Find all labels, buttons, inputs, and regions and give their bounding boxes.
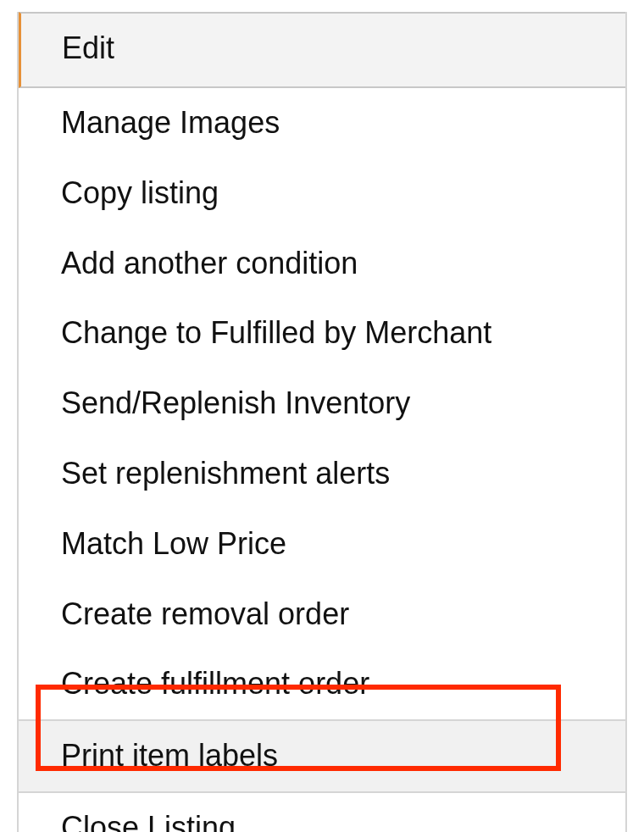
edit-dropdown-menu: Edit Manage Images Copy listing Add anot… — [17, 12, 627, 832]
menu-item-add-another-condition[interactable]: Add another condition — [19, 229, 625, 299]
menu-item-print-item-labels[interactable]: Print item labels — [19, 719, 625, 793]
menu-item-copy-listing[interactable]: Copy listing — [19, 158, 625, 229]
menu-item-create-fulfillment-order[interactable]: Create fulfillment order — [19, 649, 625, 719]
menu-item-change-to-fulfilled-by-merchant[interactable]: Change to Fulfilled by Merchant — [19, 298, 625, 369]
menu-item-manage-images[interactable]: Manage Images — [19, 88, 625, 158]
menu-item-send-replenish-inventory[interactable]: Send/Replenish Inventory — [19, 369, 625, 439]
dropdown-header-edit[interactable]: Edit — [19, 12, 625, 88]
menu-item-match-low-price[interactable]: Match Low Price — [19, 509, 625, 580]
menu-item-set-replenishment-alerts[interactable]: Set replenishment alerts — [19, 439, 625, 509]
menu-item-create-removal-order[interactable]: Create removal order — [19, 580, 625, 650]
menu-item-close-listing[interactable]: Close Listing — [19, 793, 625, 832]
